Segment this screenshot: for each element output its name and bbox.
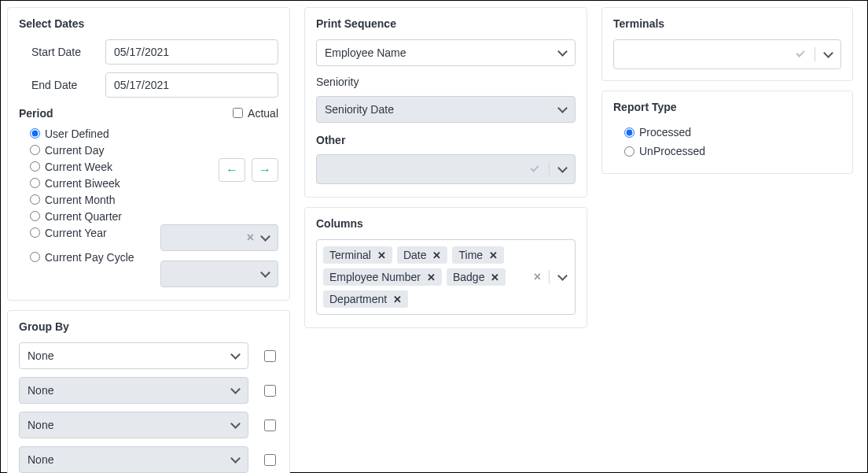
columns-title: Columns (316, 217, 576, 230)
period-current-biweek[interactable]: Current Biweek (30, 175, 160, 191)
end-date-row: End Date (19, 72, 278, 98)
column-tag-terminal: Terminal ✕ (323, 246, 392, 264)
group-by-checkbox-2[interactable] (264, 385, 276, 397)
terminals-title: Terminals (613, 17, 841, 30)
report-type-processed-radio[interactable] (624, 127, 634, 138)
columns-tags: Terminal ✕ Date ✕ Time ✕ Employee Number… (317, 240, 526, 314)
period-current-month-radio[interactable] (30, 194, 40, 205)
period-current-quarter[interactable]: Current Quarter (30, 208, 160, 224)
period-user-defined-radio[interactable] (30, 128, 40, 139)
remove-tag-icon[interactable]: ✕ (489, 249, 498, 261)
group-by-panel: Group By None None None (7, 310, 290, 473)
group-by-checkbox-1[interactable] (264, 350, 276, 362)
period-area: User Defined Current Day Current Week Cu… (19, 125, 278, 287)
quarter-year-select[interactable]: × (160, 224, 278, 251)
check-icon (796, 50, 807, 58)
select-dates-title: Select Dates (19, 17, 278, 30)
other-multi-select[interactable] (316, 154, 576, 184)
start-date-label: Start Date (19, 46, 105, 58)
end-date-label: End Date (19, 79, 105, 91)
chevron-down-icon (230, 420, 240, 430)
group-by-row-1: None (19, 342, 278, 369)
period-user-defined[interactable]: User Defined (30, 125, 160, 142)
period-current-day[interactable]: Current Day (30, 142, 160, 158)
chevron-down-icon (557, 164, 567, 174)
print-sequence-title: Print Sequence (316, 17, 576, 30)
terminals-multi-select[interactable] (613, 39, 841, 69)
report-type-title: Report Type (613, 101, 841, 113)
chevron-down-icon (260, 233, 270, 242)
period-current-pay-cycle[interactable]: Current Pay Cycle (30, 249, 160, 265)
remove-tag-icon[interactable]: ✕ (377, 249, 386, 261)
chevron-down-icon (260, 269, 270, 279)
pay-cycle-select[interactable] (160, 261, 278, 287)
period-current-year-radio[interactable] (30, 227, 40, 238)
group-by-select-1[interactable]: None (19, 342, 248, 369)
period-options: User Defined Current Day Current Week Cu… (19, 125, 160, 265)
column-tag-department: Department ✕ (323, 290, 408, 308)
period-title: Period (19, 107, 53, 120)
right-column: Terminals Report Type Processed UnProces… (601, 7, 853, 466)
report-config-form: Select Dates Start Date End Date Period … (0, 0, 868, 473)
check-icon (530, 165, 541, 173)
report-type-unprocessed-radio[interactable] (624, 146, 634, 157)
chevron-down-icon (557, 105, 567, 114)
period-next-button[interactable]: → (252, 158, 278, 182)
group-by-select-2[interactable]: None (19, 377, 248, 404)
period-current-pay-cycle-radio[interactable] (30, 252, 40, 262)
group-by-checkbox-3[interactable] (264, 419, 276, 431)
print-sequence-select[interactable]: Employee Name (316, 39, 576, 66)
column-tag-date: Date ✕ (397, 246, 448, 264)
seniority-label: Seniority (316, 76, 576, 88)
group-by-select-3[interactable]: None (19, 412, 248, 438)
remove-tag-icon[interactable]: ✕ (491, 272, 499, 283)
group-by-select-4[interactable]: None (19, 446, 248, 473)
column-tag-employee-number: Employee Number ✕ (323, 268, 442, 286)
period-current-month[interactable]: Current Month (30, 191, 160, 208)
report-type-processed[interactable]: Processed (613, 123, 841, 142)
chevron-down-icon (230, 386, 240, 395)
columns-panel: Columns Terminal ✕ Date ✕ Time ✕ (304, 207, 587, 328)
period-current-year[interactable]: Current Year (30, 224, 160, 241)
group-by-row-2: None (19, 377, 278, 404)
report-type-panel: Report Type Processed UnProcessed (601, 91, 853, 174)
chevron-down-icon (230, 455, 240, 464)
middle-column: Print Sequence Employee Name Seniority S… (304, 7, 587, 466)
chevron-down-icon (230, 351, 240, 360)
actual-checkbox-label[interactable]: Actual (230, 105, 278, 120)
clear-all-icon[interactable]: × (534, 270, 541, 284)
clear-icon[interactable]: × (247, 231, 254, 245)
seniority-select[interactable]: Seniority Date (316, 96, 576, 123)
group-by-checkbox-4[interactable] (264, 454, 276, 466)
chevron-down-icon (557, 48, 567, 57)
start-date-input[interactable] (105, 39, 278, 65)
actual-checkbox[interactable] (233, 108, 243, 118)
period-current-week[interactable]: Current Week (30, 158, 160, 175)
remove-tag-icon[interactable]: ✕ (427, 272, 436, 283)
period-prev-button[interactable]: ← (219, 158, 245, 182)
terminals-panel: Terminals (601, 7, 853, 81)
report-type-unprocessed[interactable]: UnProcessed (613, 142, 841, 161)
period-current-week-radio[interactable] (30, 161, 40, 172)
remove-tag-icon[interactable]: ✕ (393, 294, 402, 305)
select-dates-panel: Select Dates Start Date End Date Period … (7, 7, 290, 301)
end-date-input[interactable] (105, 72, 278, 98)
print-sequence-panel: Print Sequence Employee Name Seniority S… (304, 7, 587, 198)
arrow-left-icon: ← (226, 163, 238, 177)
columns-multi-select[interactable]: Terminal ✕ Date ✕ Time ✕ Employee Number… (316, 239, 576, 315)
column-tag-badge: Badge ✕ (447, 268, 506, 286)
start-date-row: Start Date (19, 39, 278, 65)
chevron-down-icon (557, 272, 567, 282)
period-current-quarter-radio[interactable] (30, 211, 40, 221)
group-by-row-4: None (19, 446, 278, 473)
other-label: Other (316, 134, 576, 146)
period-current-day-radio[interactable] (30, 145, 40, 155)
period-right-controls: ← → × (160, 125, 278, 287)
column-tag-time: Time ✕ (452, 246, 504, 264)
actual-label-text: Actual (248, 107, 278, 120)
group-by-row-3: None (19, 412, 278, 438)
remove-tag-icon[interactable]: ✕ (432, 249, 441, 261)
period-current-biweek-radio[interactable] (30, 178, 40, 188)
left-column: Select Dates Start Date End Date Period … (7, 7, 290, 466)
group-by-title: Group By (19, 320, 278, 333)
